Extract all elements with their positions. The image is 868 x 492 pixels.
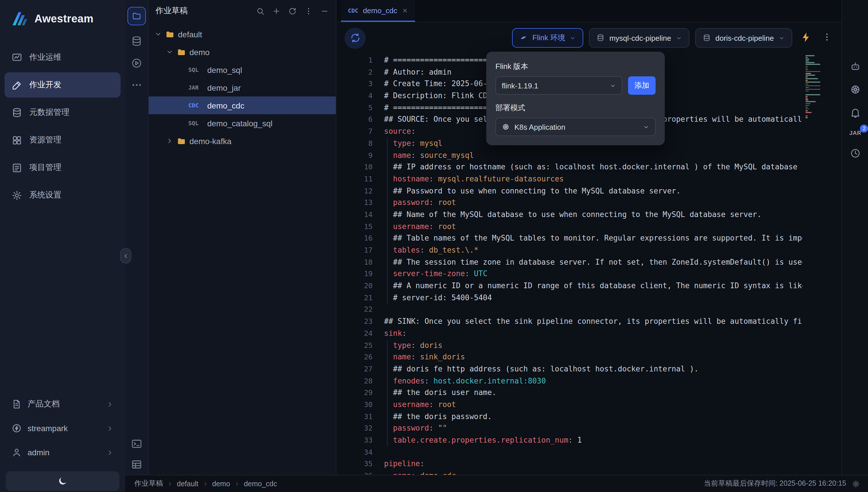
breadcrumb-item[interactable]: default [177, 479, 198, 488]
tree-item-label: demo_catalog_sql [207, 119, 272, 128]
database-icon[interactable] [131, 35, 142, 47]
more-actions-button[interactable] [820, 29, 834, 47]
code-text: name: demo_cdc [380, 470, 456, 475]
sidebar-bottom-user[interactable]: admin [5, 440, 121, 464]
collapse-all-icon[interactable] [320, 7, 329, 15]
line-number: 24 [337, 328, 380, 340]
sidebar-item-ops[interactable]: 作业运维 [5, 45, 121, 70]
deploy-sync-button[interactable] [344, 27, 366, 49]
tree-item-demo-kafka[interactable]: demo-kafka [149, 132, 336, 150]
sidebar-item-label: 元数据管理 [29, 107, 70, 118]
last-save-time: 当前草稿最后保存时间: 2025-06-25 16:20:15 [704, 479, 846, 489]
breadcrumb: 作业草稿defaultdemodemo_cdc [134, 479, 277, 489]
minimap-line [805, 80, 808, 81]
code-line: 11 hostname: mysql.realfuture-datasource… [337, 173, 802, 185]
tab-demo-cdc[interactable]: CDC demo_cdc [341, 0, 415, 22]
breadcrumb-item[interactable]: 作业草稿 [134, 479, 163, 489]
line-number: 4 [337, 90, 380, 102]
history-clock-icon[interactable] [850, 148, 861, 159]
minimap-line [805, 117, 808, 118]
resources-icon [11, 134, 22, 146]
breadcrumb-item[interactable]: demo_cdc [244, 479, 277, 488]
breadcrumb-item[interactable]: demo [212, 479, 230, 488]
flink-version-select[interactable]: flink-1.19.1 [495, 76, 622, 95]
code-text: type: mysql [380, 138, 443, 150]
gear-icon[interactable] [852, 479, 860, 488]
chevron-right-icon [202, 481, 208, 487]
code-line: 21 # server-id: 5400-5404 [337, 292, 802, 304]
chevron-right-icon [106, 400, 114, 408]
sidebar-bottom-spark[interactable]: streampark [5, 416, 121, 440]
tree-item-demo[interactable]: demo [149, 43, 336, 61]
tree-item-demo_cdc[interactable]: CDCdemo_cdc [149, 96, 336, 114]
line-number: 18 [337, 256, 380, 268]
refresh-icon[interactable] [288, 7, 297, 15]
jar-dependencies-button[interactable]: JAR 2 [849, 130, 861, 136]
line-number: 34 [337, 446, 380, 458]
flink-env-popup: Flink 版本 flink-1.19.1 添加 部署模式 K8s Applic… [486, 52, 665, 145]
add-icon[interactable] [272, 7, 281, 15]
sidebar-collapse-handle[interactable] [120, 248, 131, 264]
minimap-line [805, 62, 815, 63]
minimap-line [805, 57, 808, 58]
line-number: 28 [337, 375, 380, 387]
metadata-icon [11, 107, 22, 118]
minimap-line [805, 71, 820, 72]
sink-pipeline-dropdown[interactable]: doris-cdc-pipeline [695, 28, 792, 48]
code-line: 15 username: root [337, 221, 802, 232]
chevron-down-icon [676, 35, 682, 41]
line-number: 7 [337, 126, 380, 138]
code-text: name: source_mysql [380, 150, 474, 161]
add-version-button[interactable]: 添加 [628, 76, 655, 95]
search-icon[interactable] [256, 7, 265, 15]
code-line: 26 name: sink_doris [337, 351, 802, 363]
close-icon[interactable] [402, 7, 408, 14]
minimap-line [805, 75, 815, 75]
sidebar-item-resources[interactable]: 资源管理 [5, 127, 121, 153]
minimap-line [805, 78, 818, 79]
code-text: fenodes: host.docker.internal:8030 [380, 375, 546, 387]
rail-drafts-button[interactable] [127, 7, 146, 25]
code-line: 16 ## Table names of the MySQL tables to… [337, 233, 802, 245]
sidebar-item-projects[interactable]: 项目管理 [5, 155, 121, 180]
assistant-robot-icon[interactable] [850, 61, 861, 72]
code-text: ## The session time zone in database ser… [380, 256, 802, 268]
sidebar-item-dev[interactable]: 作业开发 [5, 72, 121, 98]
more-icon[interactable] [131, 79, 142, 91]
minimap-line [805, 87, 809, 88]
moon-icon [57, 476, 68, 486]
notifications-bell-icon[interactable] [850, 107, 861, 118]
source-pipeline-dropdown[interactable]: mysql-cdc-pipeline [589, 28, 690, 48]
code-text: ## SINK: Once you select the sink pipeli… [380, 316, 802, 327]
flink-env-button[interactable]: Flink 环境 [512, 28, 584, 48]
quick-run-button[interactable] [798, 29, 814, 47]
terminal-icon[interactable] [131, 438, 142, 449]
tree-item-demo_sql[interactable]: SQLdemo_sql [149, 61, 336, 79]
minimap[interactable] [805, 55, 821, 121]
line-number: 31 [337, 411, 380, 422]
code-text: # Create Time: 2025-06-25 [380, 78, 496, 90]
minimap-line [805, 60, 809, 62]
tree-item-default[interactable]: default [149, 25, 336, 43]
sidebar-bottom-doc[interactable]: 产品文档 [5, 392, 121, 416]
tree-item-demo_catalog_sql[interactable]: SQLdemo_catalog_sql [149, 114, 336, 132]
sidebar-item-settings[interactable]: 系统设置 [5, 182, 121, 208]
minimap-line [805, 110, 808, 111]
table-view-icon[interactable] [131, 459, 142, 470]
dark-mode-toggle[interactable] [6, 471, 119, 491]
sidebar-item-metadata[interactable]: 元数据管理 [5, 100, 121, 125]
explorer-title: 作业草稿 [155, 6, 188, 16]
deploy-mode-select[interactable]: K8s Application [495, 118, 655, 136]
code-text: password: "" [380, 423, 447, 435]
k8s-wheel-icon[interactable] [850, 84, 861, 95]
line-number: 21 [337, 292, 380, 304]
code-text: ## Table names of the MySQL tables to mo… [380, 233, 802, 245]
flink-version-value: flink-1.19.1 [502, 81, 538, 90]
code-line: 33 table.create.properties.replication_n… [337, 435, 802, 446]
tree-item-label: demo-kafka [190, 137, 231, 146]
minimap-line [805, 73, 812, 74]
code-line: 12 ## Password to use when connecting to… [337, 185, 802, 197]
debug-run-icon[interactable] [131, 57, 142, 69]
tree-item-demo_jar[interactable]: JARdemo_jar [149, 79, 336, 96]
kebab-menu-icon[interactable] [304, 7, 313, 15]
